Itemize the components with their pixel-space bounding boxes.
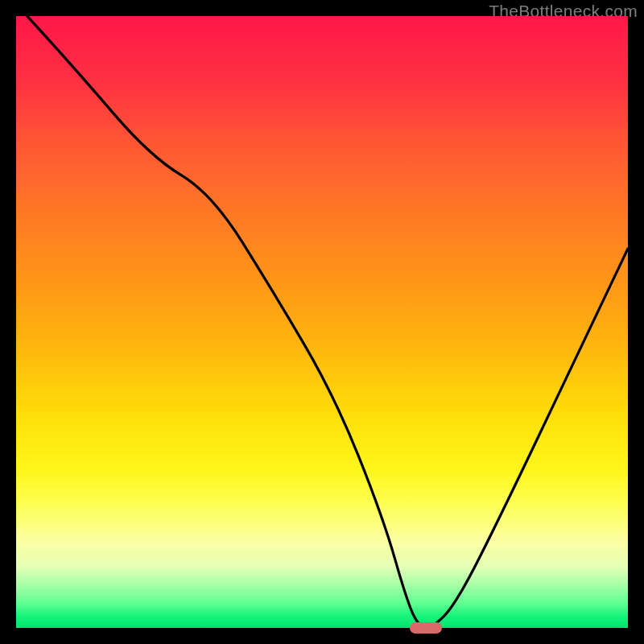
curve-path xyxy=(16,4,628,628)
bottleneck-curve xyxy=(16,16,628,628)
optimal-marker xyxy=(410,622,442,634)
plot-area xyxy=(16,16,628,628)
chart-frame: TheBottleneck.com xyxy=(0,0,644,644)
